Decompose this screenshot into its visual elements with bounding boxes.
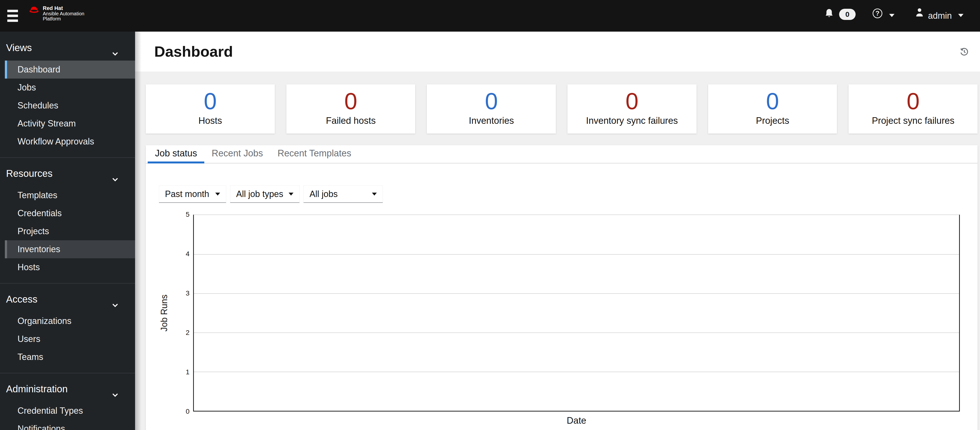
sidebar-item-inventories[interactable]: Inventories xyxy=(5,240,135,258)
y-tick: 0 xyxy=(176,408,189,415)
stat-label: Project sync failures xyxy=(872,115,955,126)
main-content: Dashboard 0 Hosts 0 Failed hosts 0 Inven… xyxy=(135,32,980,430)
stat-card-projects: 0 Projects xyxy=(708,85,837,134)
period-select[interactable]: Past month xyxy=(159,185,226,203)
masthead: Red Hat Ansible Automation Platform 0 ? … xyxy=(0,0,980,32)
caret-down-icon xyxy=(289,193,293,195)
hamburger-bar xyxy=(7,14,18,17)
page-title: Dashboard xyxy=(154,32,233,72)
history-icon[interactable] xyxy=(959,46,969,57)
stat-label: Hosts xyxy=(199,115,222,126)
y-tick: 5 xyxy=(176,211,189,218)
nav-toggle-hamburger-icon[interactable] xyxy=(7,10,18,24)
dashboard-stat-cards: 0 Hosts 0 Failed hosts 0 Inventories 0 I… xyxy=(146,85,978,134)
stat-card-inventory-sync-failures: 0 Inventory sync failures xyxy=(568,85,697,134)
job-select[interactable]: All jobs xyxy=(304,185,383,203)
gridline xyxy=(194,372,959,372)
nav-group-label: Resources xyxy=(6,168,52,179)
job-select-value: All jobs xyxy=(310,189,338,199)
nav-group-toggle-resources[interactable]: Resources xyxy=(0,166,135,181)
hamburger-bar xyxy=(7,19,18,22)
tab-recent-templates[interactable]: Recent Templates xyxy=(270,145,358,163)
inventories-count-link[interactable]: 0 xyxy=(485,88,498,114)
job-status-chart: Job Runs 5 4 3 2 1 0 Date xyxy=(193,214,960,411)
brand-line-2: Ansible Automation xyxy=(43,11,84,16)
sidebar-item-dashboard[interactable]: Dashboard xyxy=(5,61,135,78)
chevron-down-icon xyxy=(958,14,964,17)
nav-group-toggle-access[interactable]: Access xyxy=(0,292,135,307)
sidebar-item-templates[interactable]: Templates xyxy=(0,186,135,204)
job-type-select-value: All job types xyxy=(236,189,283,199)
nav-items-views: Dashboard Jobs Schedules Activity Stream… xyxy=(0,61,135,150)
chart-plot-area xyxy=(193,214,960,411)
gridline xyxy=(194,332,959,333)
project-sync-failures-count-link[interactable]: 0 xyxy=(907,88,920,114)
sidebar-item-hosts[interactable]: Hosts xyxy=(0,258,135,276)
caret-down-icon xyxy=(215,193,220,195)
sidebar-item-credentials[interactable]: Credentials xyxy=(0,204,135,222)
sidebar-item-jobs[interactable]: Jobs xyxy=(0,78,135,97)
period-select-value: Past month xyxy=(165,189,209,199)
nav-group-toggle-administration[interactable]: Administration xyxy=(0,382,135,396)
chevron-down-icon xyxy=(112,171,118,185)
nav-section-resources: Resources Templates Credentials Projects… xyxy=(0,158,135,284)
user-menu-button[interactable] xyxy=(915,7,924,19)
sidebar-item-workflow-approvals[interactable]: Workflow Approvals xyxy=(0,133,135,150)
hosts-count-link[interactable]: 0 xyxy=(204,88,217,114)
stat-label: Inventory sync failures xyxy=(586,115,678,126)
tab-recent-jobs[interactable]: Recent Jobs xyxy=(204,145,270,163)
sidebar-item-teams[interactable]: Teams xyxy=(0,348,135,366)
notifications-button[interactable] xyxy=(824,7,835,21)
stat-card-failed-hosts: 0 Failed hosts xyxy=(286,85,415,134)
chevron-down-icon xyxy=(112,387,118,401)
user-menu-toggle[interactable] xyxy=(958,14,964,17)
chevron-down-icon xyxy=(112,45,118,60)
brand-line-1: Red Hat xyxy=(43,5,84,11)
bell-icon xyxy=(824,16,835,20)
brand-line-3: Platform xyxy=(43,16,84,21)
y-tick: 1 xyxy=(176,369,189,376)
projects-count-link[interactable]: 0 xyxy=(766,88,779,114)
y-tick: 3 xyxy=(176,290,189,297)
sidebar-item-activity-stream[interactable]: Activity Stream xyxy=(0,115,135,133)
user-name[interactable]: admin xyxy=(928,0,952,32)
stat-card-project-sync-failures: 0 Project sync failures xyxy=(849,85,978,134)
sidebar-item-schedules[interactable]: Schedules xyxy=(0,97,135,115)
failed-hosts-count-link[interactable]: 0 xyxy=(344,88,357,114)
nav-section-views: Views Dashboard Jobs Schedules Activity … xyxy=(0,32,135,158)
sidebar-item-credential-types[interactable]: Credential Types xyxy=(0,402,135,420)
inventory-sync-failures-count-link[interactable]: 0 xyxy=(625,88,638,114)
caret-down-icon xyxy=(372,193,377,195)
redhat-fedora-icon xyxy=(29,5,39,21)
page-header: Dashboard xyxy=(135,32,980,72)
stat-label: Inventories xyxy=(469,115,514,126)
chevron-down-icon xyxy=(112,297,118,311)
help-menu-toggle[interactable] xyxy=(889,14,894,17)
chevron-down-icon xyxy=(889,14,894,17)
y-tick: 2 xyxy=(176,329,189,336)
gridline xyxy=(194,254,959,255)
tab-job-status[interactable]: Job status xyxy=(148,145,204,163)
sidebar-item-users[interactable]: Users xyxy=(0,330,135,348)
user-icon xyxy=(915,14,924,19)
nav-items-access: Organizations Users Teams xyxy=(0,312,135,366)
nav-group-label: Administration xyxy=(6,384,68,394)
dashboard-graph-card: Job status Recent Jobs Recent Templates … xyxy=(146,145,978,430)
brand-logo[interactable]: Red Hat Ansible Automation Platform xyxy=(29,5,84,21)
nav-section-administration: Administration Credential Types Notifica… xyxy=(0,373,135,430)
sidebar-item-projects[interactable]: Projects xyxy=(0,222,135,240)
nav-section-access: Access Organizations Users Teams xyxy=(0,284,135,373)
nav-group-toggle-views[interactable]: Views xyxy=(0,40,135,55)
nav-group-label: Views xyxy=(6,42,32,53)
notification-count-badge[interactable]: 0 xyxy=(839,9,856,20)
stat-label: Projects xyxy=(756,115,789,126)
y-tick: 4 xyxy=(176,251,189,257)
question-mark-icon: ? xyxy=(875,10,880,17)
sidebar-item-organizations[interactable]: Organizations xyxy=(0,312,135,330)
help-button[interactable]: ? xyxy=(873,8,882,18)
job-type-select[interactable]: All job types xyxy=(230,185,299,203)
stat-label: Failed hosts xyxy=(326,115,376,126)
chart-y-axis-label: Job Runs xyxy=(159,294,169,331)
stat-card-inventories: 0 Inventories xyxy=(427,85,556,134)
sidebar-item-notifications[interactable]: Notifications xyxy=(0,420,135,430)
